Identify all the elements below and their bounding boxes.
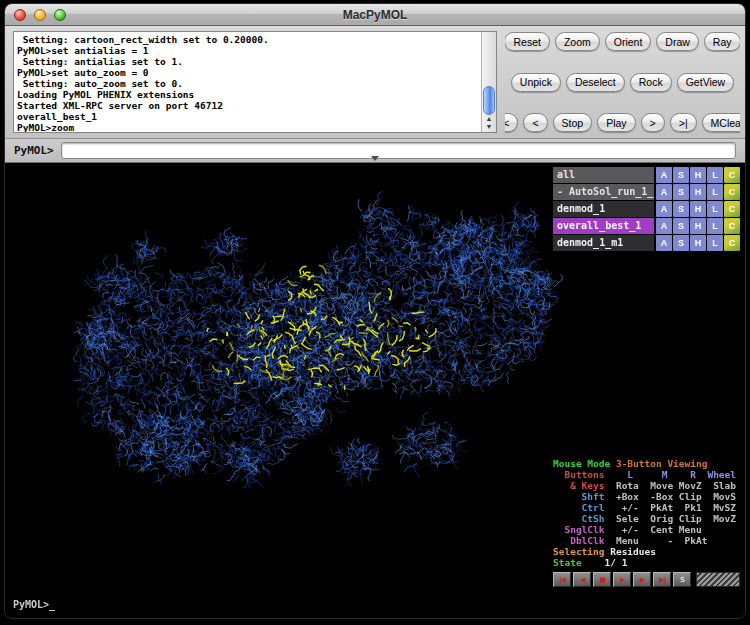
reset-button[interactable]: Reset	[505, 32, 550, 51]
object-0-a-menu-button[interactable]: A	[656, 167, 672, 183]
object-name-4[interactable]: denmod_1_m1	[553, 235, 654, 251]
object-0-s-menu-button[interactable]: S	[673, 167, 689, 183]
mouse-panel-segment: & Keys	[553, 480, 604, 491]
object-4-c-menu-button[interactable]: C	[724, 235, 740, 251]
frame-first-button[interactable]: |<	[505, 113, 518, 132]
object-name-2[interactable]: denmod_1	[553, 201, 654, 217]
object-4-a-menu-button[interactable]: A	[656, 235, 672, 251]
frame-prev-button[interactable]: <	[523, 113, 547, 132]
console-line: Setting: antialias set to 1.	[17, 56, 492, 67]
splitter-grip-icon[interactable]	[371, 156, 379, 161]
console-line: PyMOL>zoom	[17, 122, 492, 133]
object-0-c-menu-button[interactable]: C	[724, 167, 740, 183]
deselect-button[interactable]: Deselect	[566, 73, 625, 92]
mouse-panel-segment: DblClk	[553, 535, 604, 546]
mouse-panel-segment: L M R Wheel	[604, 469, 736, 480]
object-4-l-menu-button[interactable]: L	[707, 235, 723, 251]
object-2-l-menu-button[interactable]: L	[707, 201, 723, 217]
mouse-mode-panel: Mouse Mode 3-Button Viewing Buttons L M …	[553, 458, 740, 568]
orient-button[interactable]: Orient	[605, 32, 652, 51]
object-0-h-menu-button[interactable]: H	[690, 167, 706, 183]
mouse-panel-segment: CtSh	[553, 513, 604, 524]
object-name-1[interactable]: - AutoSol_run_1_	[553, 184, 654, 200]
getview-button[interactable]: GetView	[677, 73, 735, 92]
object-row: - AutoSol_run_1_ASHLC	[553, 184, 740, 200]
titlebar[interactable]: MacPyMOL	[5, 4, 745, 26]
top-panel: Setting: cartoon_rect_width set to 0.200…	[5, 26, 745, 139]
object-2-h-menu-button[interactable]: H	[690, 201, 706, 217]
scroll-down-icon[interactable]: ▼	[482, 123, 496, 131]
mouse-panel-line: Ctrl +/- PkAt Pk1 MvSZ	[553, 502, 740, 513]
stop-button[interactable]: Stop	[553, 113, 593, 132]
object-row: allASHLC	[553, 167, 740, 183]
object-2-c-menu-button[interactable]: C	[724, 201, 740, 217]
object-4-h-menu-button[interactable]: H	[690, 235, 706, 251]
frame-last-button[interactable]: >|	[670, 113, 697, 132]
mouse-panel-line[interactable]: Mouse Mode 3-Button Viewing	[553, 458, 740, 469]
draw-button[interactable]: Draw	[656, 32, 699, 51]
minimize-button[interactable]	[34, 9, 46, 21]
mouse-panel-segment: Sele Orig Clip MovZ	[604, 513, 736, 524]
mouse-panel-line[interactable]: State 1/ 1	[553, 557, 740, 568]
object-3-s-menu-button[interactable]: S	[673, 218, 689, 234]
viewport-prompt: PyMOL>_	[13, 599, 55, 610]
object-name-0[interactable]: all	[553, 167, 654, 183]
movie-back-button[interactable]: ◀	[573, 572, 591, 587]
object-1-l-menu-button[interactable]: L	[707, 184, 723, 200]
close-button[interactable]	[14, 9, 26, 21]
object-2-s-menu-button[interactable]: S	[673, 201, 689, 217]
mouse-panel-line[interactable]: Selecting Residues	[553, 546, 740, 557]
mouse-panel-line: DblClk Menu - PkAt	[553, 535, 740, 546]
mouse-panel-segment: Ctrl	[553, 502, 604, 513]
console-scrollbar[interactable]: ▲ ▼	[481, 32, 496, 132]
console-text: Setting: cartoon_rect_width set to 0.200…	[14, 32, 496, 133]
object-3-h-menu-button[interactable]: H	[690, 218, 706, 234]
object-name-3[interactable]: overall_best_1	[553, 218, 654, 234]
mouse-panel-line: Shft +Box -Box Clip MovS	[553, 491, 740, 502]
object-1-a-menu-button[interactable]: A	[656, 184, 672, 200]
object-0-l-menu-button[interactable]: L	[707, 167, 723, 183]
scroll-up-icon[interactable]: ▲	[482, 115, 496, 123]
object-2-a-menu-button[interactable]: A	[656, 201, 672, 217]
internal-gui-panel: allASHLC- AutoSol_run_1_ASHLCdenmod_1ASH…	[553, 167, 740, 619]
console-line: Loading PyMOL PHENIX extensions	[17, 89, 492, 100]
viewport-area: PyMOL>_ allASHLC- AutoSol_run_1_ASHLCden…	[5, 163, 745, 619]
movie-rewind-button[interactable]: |◀	[553, 572, 571, 587]
zoom-button[interactable]: Zoom	[555, 32, 600, 51]
command-input[interactable]	[61, 142, 736, 159]
command-prompt-label: PyMOL>	[14, 144, 54, 157]
movie-play-button[interactable]: ▶	[613, 572, 631, 587]
movie-scene-button[interactable]: S	[673, 572, 691, 587]
mouse-panel-segment: 1/ 1	[587, 557, 627, 568]
object-1-h-menu-button[interactable]: H	[690, 184, 706, 200]
object-3-a-menu-button[interactable]: A	[656, 218, 672, 234]
mouse-panel-segment: +/- PkAt Pk1 MvSZ	[604, 502, 736, 513]
object-list: allASHLC- AutoSol_run_1_ASHLCdenmod_1ASH…	[553, 167, 740, 251]
frame-next-button[interactable]: >	[641, 113, 665, 132]
console-log[interactable]: Setting: cartoon_rect_width set to 0.200…	[13, 31, 497, 133]
mouse-panel-segment: Mouse Mode	[553, 458, 616, 469]
movie-forward-button[interactable]: ▶	[633, 572, 651, 587]
object-3-l-menu-button[interactable]: L	[707, 218, 723, 234]
movie-end-button[interactable]: ▶|	[653, 572, 671, 587]
mouse-panel-segment: Buttons	[553, 469, 604, 480]
resize-grip-icon[interactable]	[696, 572, 740, 587]
object-3-c-menu-button[interactable]: C	[724, 218, 740, 234]
object-1-c-menu-button[interactable]: C	[724, 184, 740, 200]
object-4-s-menu-button[interactable]: S	[673, 235, 689, 251]
mouse-panel-segment: Residues	[610, 546, 656, 557]
maximize-button[interactable]	[54, 9, 66, 21]
play-button[interactable]: Play	[597, 113, 635, 132]
object-row: denmod_1_m1ASHLC	[553, 235, 740, 251]
mouse-panel-line: & Keys Rota Move MovZ Slab	[553, 480, 740, 491]
rock-button[interactable]: Rock	[630, 73, 672, 92]
window-title: MacPyMOL	[5, 8, 745, 22]
movie-controls: |◀◀■▶▶▶|S	[553, 572, 740, 587]
command-row: PyMOL>	[5, 139, 745, 163]
ray-button[interactable]: Ray	[704, 32, 740, 51]
mclear-button[interactable]: MClear	[702, 113, 740, 132]
object-1-s-menu-button[interactable]: S	[673, 184, 689, 200]
unpick-button[interactable]: Unpick	[511, 73, 561, 92]
movie-stop-button[interactable]: ■	[593, 572, 611, 587]
scrollbar-thumb[interactable]	[483, 86, 495, 115]
